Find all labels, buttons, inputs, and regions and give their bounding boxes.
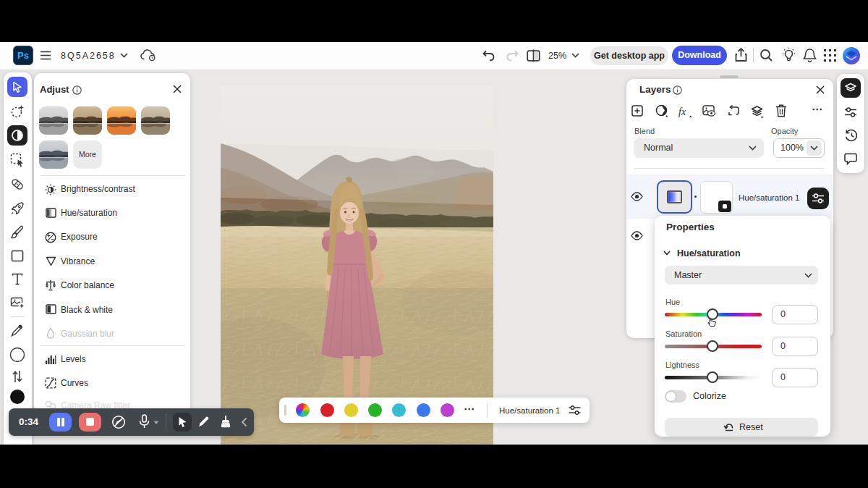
svg-text:fx: fx — [678, 106, 686, 117]
